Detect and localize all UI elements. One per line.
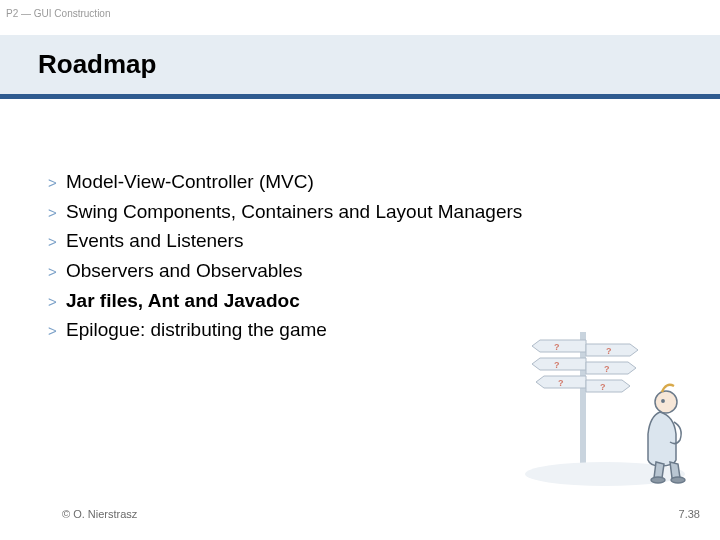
page-number: 7.38	[679, 508, 700, 520]
list-item: > Model-View-Controller (MVC)	[48, 169, 720, 195]
list-item: > Jar files, Ant and Javadoc	[48, 288, 720, 314]
svg-point-15	[671, 477, 685, 483]
svg-text:?: ?	[554, 342, 560, 352]
list-item: > Observers and Observables	[48, 258, 720, 284]
svg-marker-4	[586, 362, 636, 374]
svg-marker-2	[586, 344, 638, 356]
svg-point-14	[651, 477, 665, 483]
svg-rect-0	[580, 332, 586, 472]
list-item: > Swing Components, Containers and Layou…	[48, 199, 720, 225]
svg-text:?: ?	[600, 382, 606, 392]
bullet-icon: >	[48, 204, 66, 221]
list-item: > Events and Listeners	[48, 228, 720, 254]
copyright: © O. Nierstrasz	[62, 508, 137, 520]
list-item-label: Swing Components, Containers and Layout …	[66, 199, 522, 225]
svg-point-17	[662, 400, 664, 402]
bullet-icon: >	[48, 174, 66, 191]
title-band: Roadmap	[0, 35, 720, 94]
roadmap-list: > Model-View-Controller (MVC) > Swing Co…	[0, 99, 720, 343]
bullet-icon: >	[48, 233, 66, 250]
bullet-icon: >	[48, 293, 66, 310]
svg-text:?: ?	[606, 346, 612, 356]
list-item-label: Model-View-Controller (MVC)	[66, 169, 314, 195]
bullet-icon: >	[48, 322, 66, 339]
svg-point-16	[655, 391, 677, 413]
list-item-label: Jar files, Ant and Javadoc	[66, 288, 300, 314]
svg-marker-6	[586, 380, 630, 392]
page-title: Roadmap	[38, 49, 720, 80]
bullet-icon: >	[48, 263, 66, 280]
breadcrumb: P2 — GUI Construction	[0, 0, 720, 19]
list-item-label: Observers and Observables	[66, 258, 303, 284]
list-item-label: Events and Listeners	[66, 228, 243, 254]
svg-text:?: ?	[554, 360, 560, 370]
svg-text:?: ?	[558, 378, 564, 388]
svg-text:?: ?	[604, 364, 610, 374]
signpost-illustration: ? ? ? ? ? ?	[510, 322, 710, 492]
list-item-label: Epilogue: distributing the game	[66, 317, 327, 343]
